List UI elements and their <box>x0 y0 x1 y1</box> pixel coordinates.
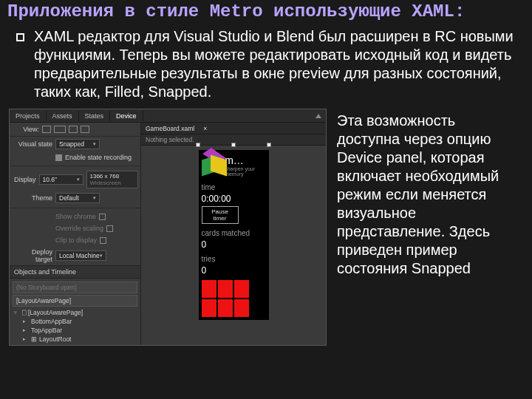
bullet-text: XAML редактор для Visual Studio и Blend … <box>30 27 519 101</box>
card <box>218 299 233 317</box>
deploy-target-combo[interactable]: Local Machine▾ <box>55 250 106 261</box>
time-label: time <box>202 183 266 191</box>
filled-icon[interactable] <box>69 126 78 133</box>
landscape-icon[interactable] <box>54 126 66 133</box>
tree-item[interactable]: ▸BottomAppBar <box>13 317 137 326</box>
tab-projects[interactable]: Projects <box>10 111 47 121</box>
show-chrome-label: Show chrome <box>55 213 96 220</box>
theme-label: Theme <box>14 194 52 202</box>
clip-to-display-label: Clip to display <box>55 236 97 244</box>
tab-device[interactable]: Device <box>110 111 143 121</box>
portrait-icon[interactable] <box>42 126 51 133</box>
app-logo-cube-icon <box>202 153 222 178</box>
options-icon[interactable] <box>316 114 321 118</box>
app-subtitle: sharpen your memory <box>225 166 265 177</box>
bullet-item: XAML редактор для Visual Studio и Blend … <box>0 27 532 106</box>
card <box>218 280 233 298</box>
card <box>202 299 216 317</box>
chevron-down-icon: ▾ <box>93 141 96 147</box>
show-chrome-checkbox[interactable] <box>99 214 106 220</box>
side-paragraph: Эта возможность доступна через опцию Dev… <box>327 109 523 346</box>
tool-panel-tabs: Projects Assets States Device <box>10 109 326 123</box>
enable-state-recording-label: Enable state recording <box>65 154 132 161</box>
time-value: 0:00:00 <box>202 194 266 204</box>
root-element[interactable]: [LayoutAwarePage] <box>13 295 137 307</box>
display-size-combo[interactable]: 10.6"▾ <box>39 174 83 185</box>
clip-to-display-checkbox[interactable] <box>100 237 106 244</box>
view-label: View: <box>14 126 39 133</box>
tree-item[interactable]: ▸⊞LayoutRoot <box>13 335 137 344</box>
slide-title: Приложения в стиле Metro использующие XA… <box>0 0 532 27</box>
enable-state-recording-checkbox[interactable] <box>55 154 62 161</box>
device-panel: View: Visual state Snapped▾ Enable state… <box>10 123 141 345</box>
pause-timer-button[interactable]: Pause timer <box>202 206 239 224</box>
tries-value: 0 <box>202 265 266 276</box>
card <box>202 280 216 298</box>
override-scaling-label: Override scaling <box>55 225 103 232</box>
square-bullet-icon <box>16 31 30 101</box>
card-grid <box>202 280 253 317</box>
card <box>234 299 249 317</box>
objects-timeline-header: Objects and Timeline <box>10 265 140 279</box>
close-icon[interactable]: × <box>199 124 211 133</box>
design-surface: GameBoard.xaml× Nothing selected. <box>141 123 326 345</box>
tab-assets[interactable]: Assets <box>47 111 79 121</box>
tree-item[interactable]: ▸TopAppBar <box>13 326 137 335</box>
snapped-icon[interactable] <box>81 126 89 133</box>
tree-item[interactable]: ▿⎕[LayoutAwarePage] <box>13 308 137 317</box>
visual-state-label: Visual state <box>14 140 52 148</box>
override-scaling-checkbox[interactable] <box>106 225 113 232</box>
cards-matched-label: cards matched <box>202 229 266 237</box>
deploy-target-label: Deploy target <box>14 248 52 263</box>
tab-states[interactable]: States <box>79 111 111 121</box>
document-tab[interactable]: GameBoard.xaml× <box>141 123 326 134</box>
card <box>234 280 249 298</box>
tries-label: tries <box>202 255 266 263</box>
display-resolution[interactable]: 1366 x 768 Widescreen <box>86 171 138 188</box>
theme-combo[interactable]: Default▾ <box>55 193 100 203</box>
cards-matched-value: 0 <box>202 239 266 250</box>
app-title: m… <box>225 154 265 166</box>
display-label: Display <box>14 176 36 183</box>
blend-ide: Projects Assets States Device View: Visu… <box>9 109 327 346</box>
storyboard-selector[interactable]: (No Storyboard open) <box>13 282 137 293</box>
snapped-preview: m… sharpen your memory time 0:00:00 Paus… <box>199 150 269 320</box>
visual-state-combo[interactable]: Snapped▾ <box>55 139 100 149</box>
